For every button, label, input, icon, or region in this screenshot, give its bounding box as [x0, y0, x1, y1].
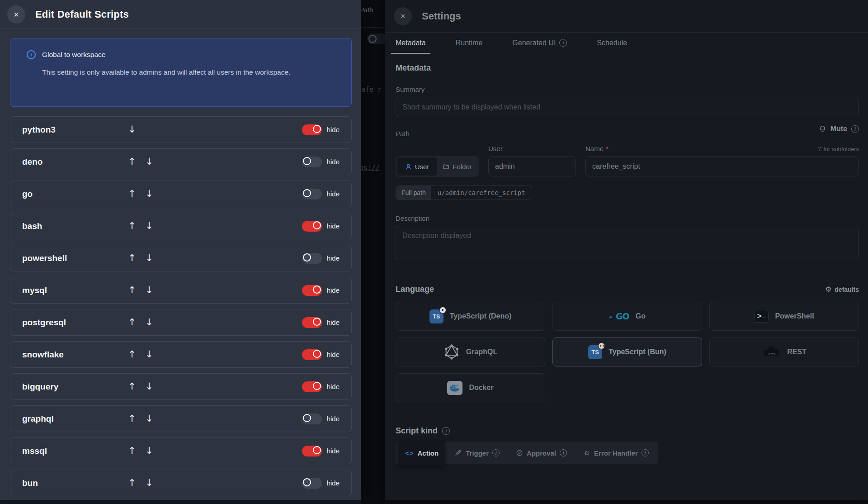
table-row: deno ↑ ↓ hide — [10, 148, 352, 175]
script-kind-label: Approval — [527, 449, 556, 457]
language-option[interactable]: >_ PowerShell — [709, 302, 859, 331]
script-name-input[interactable] — [585, 156, 859, 176]
check-circle-icon — [516, 449, 523, 456]
hide-toggle[interactable] — [302, 414, 322, 424]
hide-toggle[interactable] — [302, 124, 322, 135]
hide-toggle-label: hide — [327, 286, 340, 294]
script-kind-option[interactable]: Trigger i — [448, 443, 506, 462]
hide-toggle[interactable] — [302, 221, 322, 232]
move-down-icon[interactable]: ↓ — [144, 189, 154, 199]
rest-icon: HTTP — [762, 346, 781, 358]
script-kind-option[interactable]: Approval i — [509, 443, 574, 462]
table-row: graphql ↑ ↓ hide — [10, 405, 352, 432]
move-up-icon[interactable]: ↑ — [127, 253, 137, 263]
mute-control[interactable]: Mute i — [819, 125, 859, 133]
move-down-icon[interactable]: ↓ — [144, 446, 154, 456]
hide-toggle-label: hide — [327, 190, 340, 198]
hide-toggle[interactable] — [302, 446, 322, 456]
owner-kind-user-button[interactable]: User — [397, 157, 437, 176]
move-down-icon[interactable]: ↓ — [144, 382, 154, 391]
tab[interactable]: Metadata i — [391, 33, 430, 54]
language-option-label: TypeScript (Bun) — [609, 348, 666, 356]
move-up-icon[interactable]: ↑ — [127, 285, 137, 295]
move-down-icon[interactable]: ↓ — [144, 157, 154, 166]
move-down-icon[interactable]: ↓ — [144, 478, 154, 488]
script-kind-option[interactable]: Error Handler i — [576, 443, 656, 462]
language-option[interactable]: TS TypeScript (Bun) — [552, 338, 702, 366]
powershell-icon: >_ — [754, 310, 769, 323]
folder-icon — [443, 163, 449, 170]
hide-toggle[interactable] — [302, 285, 322, 296]
move-up-icon[interactable]: ↑ — [127, 478, 137, 488]
move-down-icon[interactable]: ↓ — [127, 125, 137, 134]
move-down-icon[interactable]: ↓ — [144, 414, 154, 423]
move-down-icon[interactable]: ↓ — [144, 350, 154, 359]
move-up-icon[interactable]: ↑ — [127, 350, 137, 359]
description-textarea[interactable] — [396, 226, 859, 260]
hide-toggle[interactable] — [302, 478, 322, 489]
bell-icon — [819, 125, 826, 133]
language-option-label: GraphQL — [466, 348, 497, 356]
edit-default-scripts-drawer: × Edit Default Scripts i Global to works… — [0, 0, 361, 500]
language-option[interactable]: TS TypeScript (Deno) — [396, 302, 545, 331]
owner-input[interactable] — [488, 156, 576, 176]
hide-toggle[interactable] — [302, 381, 322, 392]
graphql-icon — [443, 344, 460, 360]
info-icon: i — [851, 125, 859, 133]
language-name: bun — [22, 478, 127, 488]
language-name: postgresql — [22, 318, 127, 328]
language-name: deno — [22, 157, 127, 167]
language-option[interactable]: GO Go — [552, 302, 702, 331]
language-option[interactable]: GraphQL — [396, 338, 545, 366]
hide-toggle[interactable] — [302, 157, 322, 167]
language-name: python3 — [22, 125, 127, 135]
language-defaults-button[interactable]: ⚙ defaults — [825, 285, 859, 294]
owner-kind-folder-button[interactable]: Folder — [437, 157, 477, 176]
typescript-bun-icon: TS — [588, 345, 602, 359]
table-row: snowflake ↑ ↓ hide — [10, 341, 352, 368]
hide-toggle-label: hide — [327, 447, 340, 455]
move-down-icon[interactable]: ↓ — [144, 253, 154, 263]
close-icon[interactable]: × — [394, 7, 412, 25]
language-grid: TS TypeScript (Deno) GO Go >_ PowerShell… — [396, 302, 859, 402]
script-kind-option[interactable]: <> Action i — [398, 440, 445, 466]
tab[interactable]: Generated UI i — [508, 33, 571, 54]
close-icon[interactable]: × — [7, 5, 25, 24]
language-name: snowflake — [22, 350, 127, 360]
move-up-icon[interactable]: ↑ — [127, 189, 137, 199]
language-option[interactable]: Docker — [396, 373, 545, 402]
move-up-icon[interactable]: ↑ — [127, 446, 137, 456]
move-up-icon[interactable]: ↑ — [127, 221, 137, 231]
language-option[interactable]: HTTP REST — [709, 338, 859, 366]
language-option-label: Go — [636, 312, 646, 320]
hide-toggle[interactable] — [302, 317, 322, 328]
hide-toggle-label: hide — [327, 383, 340, 390]
language-option-label: PowerShell — [775, 312, 814, 320]
tab[interactable]: Runtime i — [451, 33, 487, 54]
move-up-icon[interactable]: ↑ — [127, 414, 137, 423]
tab-label: Schedule — [597, 39, 627, 47]
hide-toggle-label: hide — [327, 254, 340, 262]
move-up-icon[interactable]: ↑ — [127, 382, 137, 391]
page-bottom-strip — [0, 500, 361, 504]
move-up-icon[interactable]: ↑ — [127, 318, 137, 327]
settings-title: Settings — [422, 10, 461, 22]
docker-icon — [447, 381, 462, 395]
drawer-title: Edit Default Scripts — [35, 9, 129, 20]
tab[interactable]: Schedule i — [592, 33, 632, 54]
background-url-fragment: ps:// — [359, 164, 380, 172]
info-icon: i — [492, 449, 500, 456]
move-down-icon[interactable]: ↓ — [144, 285, 154, 295]
name-field-label: Name* — [585, 145, 609, 152]
hide-toggle[interactable] — [302, 189, 322, 200]
move-down-icon[interactable]: ↓ — [144, 318, 154, 327]
hide-toggle[interactable] — [302, 349, 322, 360]
hide-toggle[interactable] — [302, 253, 322, 264]
move-down-icon[interactable]: ↓ — [144, 221, 154, 231]
required-asterisk: * — [606, 145, 609, 152]
language-option-label: TypeScript (Deno) — [450, 312, 512, 320]
move-up-icon[interactable]: ↑ — [127, 157, 137, 166]
hide-toggle-label: hide — [327, 126, 340, 133]
summary-input[interactable] — [396, 97, 859, 117]
script-kind-segmented: <> Action i Trigger i Approval i — [396, 442, 658, 464]
